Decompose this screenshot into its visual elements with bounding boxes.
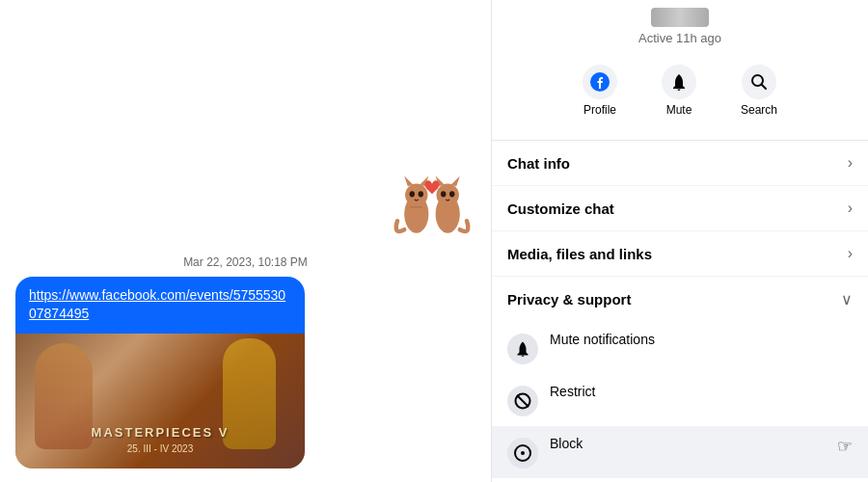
privacy-items: Mute notifications Restrict — [492, 322, 868, 482]
svg-line-17 — [517, 395, 529, 407]
mute-notifications-icon — [507, 334, 538, 364]
mute-label: Mute — [666, 103, 692, 117]
svg-point-1 — [405, 183, 427, 205]
sticker-message — [15, 153, 475, 240]
report-item[interactable]: Report Give feedback and report the conv… — [492, 478, 868, 482]
right-sidebar: Active 11h ago Profile — [492, 0, 868, 482]
search-button[interactable]: Search — [733, 61, 785, 120]
mute-button[interactable]: Mute — [654, 61, 704, 120]
mute-icon — [662, 65, 696, 99]
customize-chat-label: Customize chat — [507, 201, 614, 217]
customize-chat-chevron: › — [848, 200, 853, 217]
event-date: 25. III - IV 2023 — [15, 443, 305, 454]
privacy-label: Privacy & support — [507, 291, 631, 308]
message-timestamp: Mar 22, 2023, 10:18 PM — [15, 255, 475, 269]
chat-info-chevron: › — [848, 154, 853, 172]
status-row: Active 11h ago — [507, 0, 853, 49]
profile-icon — [583, 65, 617, 99]
search-label: Search — [741, 103, 777, 117]
profile-label: Profile — [583, 103, 616, 117]
search-icon — [742, 65, 776, 99]
svg-line-15 — [762, 85, 767, 90]
media-files-item[interactable]: Media, files and links › — [492, 231, 868, 277]
active-status: Active 11h ago — [638, 31, 721, 45]
restrict-item[interactable]: Restrict — [492, 374, 868, 426]
avatar-area: Active 11h ago — [638, 8, 721, 45]
customize-chat-item[interactable]: Customize chat › — [492, 186, 868, 231]
block-item[interactable]: Block ☞ — [492, 426, 868, 478]
mute-notifications-title: Mute notifications — [550, 332, 853, 347]
svg-marker-10 — [451, 175, 460, 186]
avatar — [651, 8, 709, 27]
profile-button[interactable]: Profile — [575, 61, 625, 120]
svg-marker-2 — [404, 175, 413, 186]
mute-notifications-item[interactable]: Mute notifications — [492, 322, 868, 374]
chat-panel: Mar 22, 2023, 10:18 PM https://www.faceb… — [0, 0, 492, 482]
chat-info-item[interactable]: Chat info › — [492, 141, 868, 186]
svg-point-8 — [437, 183, 459, 205]
block-icon — [507, 438, 538, 469]
event-title: MASTERPIECES V — [15, 425, 305, 440]
svg-point-12 — [449, 191, 454, 197]
svg-point-11 — [441, 191, 446, 197]
event-image: MASTERPIECES V 25. III - IV 2023 — [15, 334, 305, 469]
chat-info-label: Chat info — [507, 155, 570, 172]
media-files-chevron: › — [848, 245, 853, 262]
privacy-header[interactable]: Privacy & support ∨ — [492, 277, 868, 322]
chat-messages: Mar 22, 2023, 10:18 PM https://www.faceb… — [0, 0, 491, 482]
cursor-indicator: ☞ — [837, 436, 853, 457]
action-buttons: Profile Mute Search — [507, 49, 853, 128]
block-title: Block — [550, 436, 826, 451]
svg-point-19 — [521, 451, 525, 455]
svg-point-5 — [419, 191, 423, 197]
sidebar-header: Active 11h ago Profile — [492, 0, 868, 141]
restrict-title: Restrict — [550, 384, 853, 399]
restrict-icon — [507, 386, 538, 416]
svg-point-4 — [410, 191, 415, 197]
link-message-bubble[interactable]: https://www.facebook.com/events/57555300… — [15, 277, 305, 469]
media-files-label: Media, files and links — [507, 246, 652, 262]
link-text[interactable]: https://www.facebook.com/events/57555300… — [15, 277, 305, 334]
privacy-section: Privacy & support ∨ Mute notifications — [492, 277, 868, 482]
privacy-chevron: ∨ — [841, 290, 853, 308]
